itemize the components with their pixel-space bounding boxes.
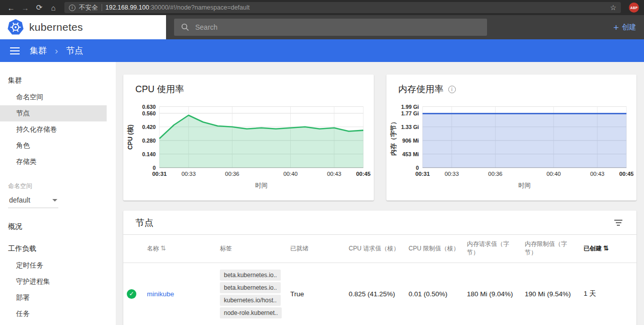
node-memory-requests: 180 Mi (9.04%) [467, 290, 525, 298]
label-chip: kubernetes.io/host.. [220, 295, 281, 306]
node-ready: True [290, 290, 349, 298]
kubernetes-dashboard-page: { "browser": { "security_text": "不安全", "… [0, 0, 644, 325]
url-path: :30000/#!/node?namespace=default [149, 4, 250, 11]
security-label: 不安全 [79, 4, 98, 12]
forward-icon[interactable]: → [19, 4, 31, 12]
svg-text:00:45: 00:45 [619, 171, 633, 177]
column-header-memory-requests: 内存请求值（字节） [467, 235, 525, 263]
url-host: 192.168.99.100 [106, 4, 149, 11]
nodes-table-title: 节点 [135, 217, 153, 229]
memory-usage-card: 内存使用率 i 0453 Mi906 Mi1.33 Gi1.77 Gi1.99 … [386, 75, 637, 201]
dropdown-caret-icon [52, 199, 57, 202]
sidebar: 集群 命名空间 节点 持久化存储卷 角色 存储类 命名空间 default 概况… [0, 62, 116, 325]
svg-text:0.140: 0.140 [142, 151, 156, 157]
namespace-caption: 命名空间 [8, 182, 108, 190]
node-memory-limits: 190 Mi (9.54%) [525, 290, 584, 298]
svg-text:0.420: 0.420 [142, 124, 156, 130]
column-header-cpu-requests: CPU 请求值（核） [349, 235, 409, 263]
reload-icon[interactable]: ⟳ [33, 3, 45, 12]
svg-text:00:31: 00:31 [152, 171, 167, 177]
sidebar-item-nodes[interactable]: 节点 [0, 105, 107, 121]
svg-text:00:43: 00:43 [327, 171, 341, 177]
back-icon[interactable]: ← [5, 4, 17, 12]
node-created: 1 天 [584, 289, 636, 298]
info-icon[interactable]: i [69, 5, 75, 11]
nodes-card: 节点 名称 ⇅ 标签 已就绪 CPU 请求值（核） CPU 限制值（核） 内存请… [123, 211, 636, 325]
home-icon[interactable]: ⌂ [47, 4, 59, 12]
namespace-select[interactable]: default [8, 192, 58, 208]
sidebar-item-roles[interactable]: 角色 [0, 138, 116, 154]
address-bar[interactable]: i 不安全 192.168.99.100:30000/#!/node?names… [64, 2, 621, 13]
svg-text:00:43: 00:43 [590, 171, 604, 177]
content-area: CPU 使用率 00.1400.2800.4200.5600.63000:310… [116, 62, 644, 325]
svg-text:453 Mi: 453 Mi [402, 151, 419, 157]
node-name-link[interactable]: minikube [147, 290, 174, 298]
filter-icon[interactable] [612, 218, 624, 228]
sidebar-section-cluster[interactable]: 集群 [0, 72, 116, 89]
svg-text:0: 0 [153, 165, 156, 171]
svg-text:00:45: 00:45 [356, 171, 371, 177]
sidebar-item-overview[interactable]: 概况 [0, 218, 116, 235]
app-header: kubernetes + 创建 [0, 15, 644, 39]
table-header-row: 名称 ⇅ 标签 已就绪 CPU 请求值（核） CPU 限制值（核） 内存请求值（… [123, 235, 636, 263]
svg-text:00:40: 00:40 [546, 171, 560, 177]
menu-icon[interactable] [10, 47, 20, 54]
label-chip: node-role.kubernet.. [220, 307, 282, 318]
sidebar-item-cron-jobs[interactable]: 定时任务 [0, 257, 116, 274]
column-header-created[interactable]: 已创建 ⇅ [584, 235, 636, 263]
breadcrumb-toolbar: 集群 › 节点 [0, 39, 644, 62]
kubernetes-logo-icon[interactable] [7, 19, 24, 36]
column-header-memory-limits: 内存限制值（字节） [525, 235, 584, 263]
svg-text:00:33: 00:33 [182, 171, 196, 177]
svg-text:1.99 Gi: 1.99 Gi [401, 104, 419, 110]
status-ok-icon: ✓ [127, 289, 136, 299]
column-header-name[interactable]: 名称 ⇅ [147, 235, 220, 263]
sidebar-item-jobs[interactable]: 任务 [0, 306, 116, 322]
svg-text:906 Mi: 906 Mi [402, 138, 419, 144]
adblock-extension-icon[interactable]: ABP [629, 3, 639, 13]
cpu-usage-card: CPU 使用率 00.1400.2800.4200.5600.63000:310… [123, 75, 374, 201]
sidebar-item-storage-classes[interactable]: 存储类 [0, 154, 116, 170]
svg-text:1.77 Gi: 1.77 Gi [401, 110, 419, 116]
column-header-cpu-limits: CPU 限制值（核） [409, 235, 467, 263]
svg-text:00:33: 00:33 [444, 171, 458, 177]
brand-title: kubernetes [29, 21, 83, 33]
brand: kubernetes [0, 15, 166, 39]
svg-text:0.560: 0.560 [142, 110, 156, 116]
column-header-labels: 标签 [220, 235, 290, 263]
browser-chrome: ← → ⟳ ⌂ i 不安全 192.168.99.100:30000/#!/no… [0, 0, 644, 15]
svg-text:CPU (核): CPU (核) [127, 124, 134, 150]
url-text: 192.168.99.100:30000/#!/node?namespace=d… [106, 4, 250, 11]
svg-text:00:31: 00:31 [415, 171, 430, 177]
address-separator [102, 4, 102, 11]
node-cpu-requests: 0.825 (41.25%) [349, 290, 409, 298]
cpu-card-title: CPU 使用率 [135, 83, 184, 95]
search-box[interactable] [174, 19, 487, 36]
breadcrumb-current: 节点 [66, 45, 83, 56]
svg-text:00:36: 00:36 [488, 171, 502, 177]
sidebar-item-deployments[interactable]: 部署 [0, 290, 116, 306]
node-labels: beta.kubernetes.io.. beta.kubernetes.io.… [220, 268, 290, 320]
search-input[interactable] [195, 23, 480, 31]
create-button-label: 创建 [622, 23, 636, 32]
search-icon [181, 23, 189, 31]
sidebar-item-pods[interactable]: 容器组 [0, 322, 116, 325]
namespace-selected-value: default [9, 196, 30, 204]
sidebar-item-daemon-sets[interactable]: 守护进程集 [0, 274, 116, 290]
svg-text:内存（字节）: 内存（字节） [390, 118, 397, 156]
sidebar-section-workloads[interactable]: 工作负载 [0, 240, 116, 257]
label-chip: beta.kubernetes.io.. [220, 282, 281, 293]
node-cpu-limits: 0.01 (0.50%) [409, 290, 467, 298]
svg-text:00:36: 00:36 [225, 171, 239, 177]
sidebar-item-namespaces[interactable]: 命名空间 [0, 89, 116, 105]
sidebar-item-persistent-volumes[interactable]: 持久化存储卷 [0, 121, 116, 138]
breadcrumb-parent[interactable]: 集群 [30, 45, 47, 56]
table-row[interactable]: ✓ minikube beta.kubernetes.io.. beta.kub… [123, 263, 636, 325]
svg-text:0: 0 [416, 165, 419, 171]
bookmark-star-icon[interactable]: ☆ [610, 4, 616, 12]
sort-icon: ⇅ [160, 244, 166, 253]
svg-text:00:40: 00:40 [283, 171, 297, 177]
memory-usage-chart: 0453 Mi906 Mi1.33 Gi1.77 Gi1.99 Gi00:310… [386, 99, 637, 192]
info-icon[interactable]: i [448, 86, 456, 93]
create-button[interactable]: + 创建 [613, 23, 636, 32]
